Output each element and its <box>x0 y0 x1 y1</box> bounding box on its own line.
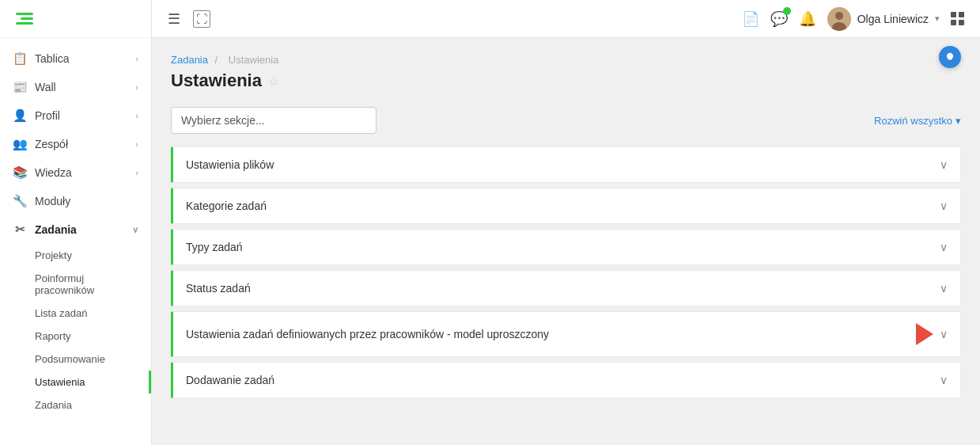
chevron-zadania: ∨ <box>132 225 138 235</box>
logo-bar-3 <box>16 22 33 25</box>
hamburger-icon[interactable]: ☰ <box>168 10 180 28</box>
accordion-title-dodawanie: Dodawanie zadań <box>186 374 274 386</box>
settings-toolbar: Wybierz sekcje... Rozwiń wszystko ▾ <box>171 107 961 134</box>
accordion-right-typy: ∨ <box>940 241 948 253</box>
sub-label-podsumowanie: Podsumowanie <box>35 353 105 365</box>
accordion-section-kategorie: Kategorie zadań∨ <box>171 188 961 224</box>
sidebar-sub-ustawienia[interactable]: Ustawienia <box>0 371 151 394</box>
accordion-chevron-pliki: ∨ <box>940 158 948 171</box>
logo-icon <box>16 13 135 25</box>
sidebar-nav: 📋 Tablica › 📰 Wall › 👤 Profil › 👥 Zespół… <box>0 38 151 445</box>
accordion-chevron-status: ∨ <box>940 282 948 295</box>
section-select[interactable]: Wybierz sekcje... <box>171 107 376 134</box>
accordion-header-dodawanie[interactable]: Dodawanie zadań∨ <box>173 363 960 397</box>
user-area[interactable]: Olga Liniewicz ▾ <box>827 7 940 31</box>
sidebar-item-moduly[interactable]: 🔧 Moduły <box>0 187 151 215</box>
accordion-header-status[interactable]: Status zadań∨ <box>173 271 960 306</box>
avatar <box>827 7 851 31</box>
sidebar-sub-projekty[interactable]: Projekty <box>0 244 151 267</box>
accordion-title-zdefiniowane: Ustawienia zadań definiowanych przez pra… <box>186 328 549 340</box>
accordion-title-pliki: Ustawienia plików <box>186 158 274 171</box>
accordion-section-typy: Typy zadań∨ <box>171 229 961 265</box>
select-wrapper: Wybierz sekcje... <box>171 107 376 134</box>
chevron-profil: › <box>135 111 138 120</box>
apps-dot-2 <box>959 12 964 17</box>
red-arrow-outer <box>916 323 933 345</box>
sub-label-poinformuj: Poinformuj pracowników <box>35 272 94 296</box>
accordion-right-kategorie: ∨ <box>940 200 948 212</box>
chat-badge <box>783 7 791 15</box>
breadcrumb-separator: / <box>215 54 218 66</box>
svg-point-1 <box>835 12 843 20</box>
breadcrumb-current: Ustawienia <box>229 54 279 66</box>
star-icon[interactable]: ☆ <box>268 74 279 89</box>
accordion-section-zdefiniowane: Ustawienia zadań definiowanych przez pra… <box>171 311 961 357</box>
apps-dot-4 <box>959 20 964 25</box>
accordion-right-status: ∨ <box>940 282 948 295</box>
page-header: Ustawienia ☆ <box>171 70 961 91</box>
breadcrumb-link[interactable]: Zadania <box>171 54 208 66</box>
chevron-zespol: › <box>135 139 138 149</box>
sidebar-item-zespol[interactable]: 👥 Zespół › <box>0 130 151 158</box>
apps-grid-icon[interactable] <box>951 12 964 25</box>
avatar-image <box>827 7 851 31</box>
accordion-section-dodawanie: Dodawanie zadań∨ <box>171 362 961 398</box>
sidebar-item-profil[interactable]: 👤 Profil › <box>0 101 151 130</box>
accordion-chevron-zdefiniowane: ∨ <box>940 328 948 340</box>
expand-icon[interactable]: ⛶ <box>193 10 210 28</box>
logo-bar-1 <box>16 13 33 15</box>
accordion-header-kategorie[interactable]: Kategorie zadań∨ <box>173 188 960 223</box>
accordion-section-pliki: Ustawienia plików∨ <box>171 146 961 183</box>
sidebar-sub-lista[interactable]: Lista zadań <box>0 302 151 325</box>
accordion-title-kategorie: Kategorie zadań <box>186 200 267 212</box>
accordion-chevron-typy: ∨ <box>940 241 948 253</box>
sidebar-item-wall[interactable]: 📰 Wall › <box>0 73 151 101</box>
accordion-right-pliki: ∨ <box>940 158 948 171</box>
accordion-chevron-kategorie: ∨ <box>940 200 948 212</box>
sidebar-sub-podsumowanie[interactable]: Podsumowanie <box>0 348 151 371</box>
sidebar-sub-raporty[interactable]: Raporty <box>0 325 151 348</box>
moduly-icon: 🔧 <box>13 194 27 208</box>
bell-icon[interactable]: 🔔 <box>799 10 816 28</box>
chat-icon[interactable]: 💬 <box>770 10 788 28</box>
topbar-left: ☰ ⛶ <box>168 10 210 28</box>
zespol-icon: 👥 <box>13 137 27 151</box>
sidebar-item-zadania[interactable]: ✂ Zadania ∨ <box>0 215 151 244</box>
topbar: ☰ ⛶ 📄 💬 🔔 Olga Liniewicz ▾ <box>152 0 980 38</box>
sidebar-item-wiedza[interactable]: 📚 Wiedza › <box>0 158 151 187</box>
sidebar-sub-poinformuj[interactable]: Poinformuj pracowników <box>0 267 151 302</box>
sub-label-ustawienia: Ustawienia <box>35 376 85 388</box>
accordion-title-typy: Typy zadań <box>186 241 243 253</box>
zadania-icon: ✂ <box>13 222 27 237</box>
apps-dot-1 <box>951 12 956 17</box>
accordion-header-typy[interactable]: Typy zadań∨ <box>173 230 960 264</box>
wiedza-icon: 📚 <box>13 165 27 180</box>
expand-all-button[interactable]: Rozwiń wszystko ▾ <box>874 115 961 127</box>
chevron-wall: › <box>135 82 138 92</box>
expand-all-label: Rozwiń wszystko <box>874 115 952 127</box>
sidebar-label-profil: Profil <box>35 109 60 122</box>
chevron-wiedza: › <box>135 168 138 177</box>
sub-label-projekty: Projekty <box>35 249 72 261</box>
bulb-icon <box>944 51 955 63</box>
sidebar-label-tablica: Tablica <box>35 52 70 65</box>
doc-icon[interactable]: 📄 <box>742 10 759 28</box>
accordion-header-zdefiniowane[interactable]: Ustawienia zadań definiowanych przez pra… <box>173 312 960 356</box>
sidebar-label-zespol: Zespół <box>35 138 68 150</box>
sidebar-label-zadania: Zadania <box>35 223 77 236</box>
user-chevron: ▾ <box>935 13 940 24</box>
sub-label-raporty: Raporty <box>35 330 71 342</box>
accordion-container: Ustawienia plików∨Kategorie zadań∨Typy z… <box>171 146 961 398</box>
sub-label-lista: Lista zadań <box>35 307 88 319</box>
wall-icon: 📰 <box>13 80 27 94</box>
red-arrow-annotation <box>916 323 933 345</box>
sidebar-item-tablica[interactable]: 📋 Tablica › <box>0 44 151 73</box>
main-content: Zadania / Ustawienia Ustawienia ☆ Wybier… <box>152 38 980 445</box>
sidebar-label-moduly: Moduły <box>35 195 70 207</box>
accordion-title-status: Status zadań <box>186 282 251 295</box>
sidebar-label-wiedza: Wiedza <box>35 166 72 179</box>
accordion-header-pliki[interactable]: Ustawienia plików∨ <box>173 147 960 182</box>
page-title: Ustawienia <box>171 70 262 91</box>
bulb-button[interactable] <box>939 46 961 68</box>
sidebar-sub-zadania[interactable]: Zadania <box>0 394 151 416</box>
